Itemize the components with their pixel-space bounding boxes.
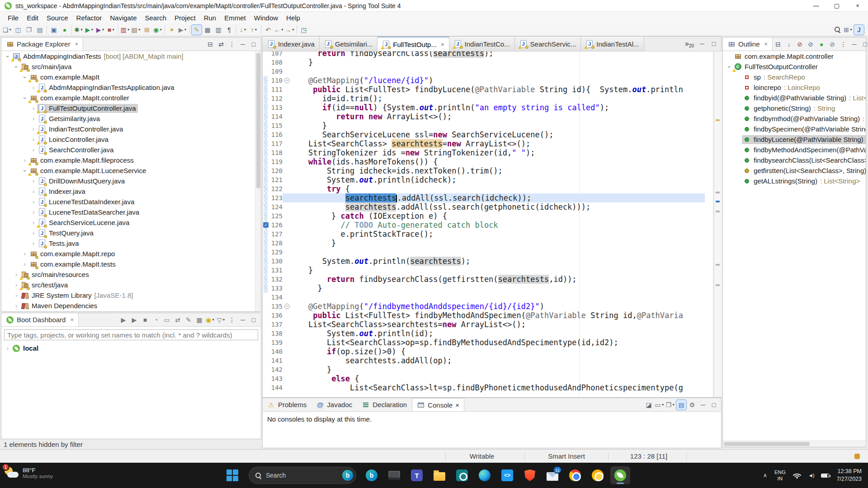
line-number[interactable]: 143: [266, 374, 283, 383]
expander-icon[interactable]: ›: [726, 63, 732, 70]
new-wizard-icon[interactable]: ❏▼: [2, 25, 12, 35]
code-line-139[interactable]: 139 List<SearchClass>op=sp.findByMethodu…: [263, 338, 713, 347]
start-debug-icon[interactable]: ▶: [129, 315, 139, 325]
stop-icon[interactable]: ■▼: [106, 25, 116, 35]
line-number[interactable]: 122: [266, 184, 283, 193]
line-number[interactable]: 118: [266, 148, 283, 157]
code-line-144[interactable]: 144 List<SearchClass>lt=sp.findByPhoneti…: [263, 383, 713, 392]
code-line-131[interactable]: 131 }: [263, 266, 713, 275]
tree-item-com-example-mapit[interactable]: ›com.example.MapIt: [1, 72, 261, 82]
code-text[interactable]: List<SearchClass>op=sp.findByMethodusedA…: [290, 338, 618, 347]
tree-item-src-main-resources[interactable]: ›src/main/resources: [1, 269, 261, 280]
code-text[interactable]: searchtests.addAll(ssl.search(getphoneti…: [290, 202, 590, 211]
line-number[interactable]: 110: [266, 76, 283, 85]
expander-icon[interactable]: ›: [30, 240, 37, 247]
menu-source[interactable]: Source: [42, 13, 72, 23]
view-menu-icon[interactable]: ⋮: [838, 39, 848, 49]
line-number[interactable]: 136: [266, 311, 283, 320]
code-line-115[interactable]: 115 }: [263, 121, 713, 130]
code-line-129[interactable]: 129: [263, 248, 713, 257]
search-icon[interactable]: ✦: [167, 25, 177, 35]
outline-item-sp[interactable]: sp : SearchRepo: [723, 72, 866, 82]
forward-icon[interactable]: →▼: [285, 25, 295, 35]
close-icon[interactable]: ×: [764, 41, 768, 47]
overview-marker[interactable]: [716, 211, 720, 212]
tree-item-getsimilarity-java[interactable]: ›Getsimilarity.java: [1, 113, 261, 124]
outline-item-getallstrings-string-[interactable]: getALLstrings(String) : List<String>: [723, 176, 866, 186]
code-text[interactable]: }: [290, 266, 313, 275]
menu-refactor[interactable]: Refactor: [72, 13, 106, 23]
overview-marker[interactable]: [716, 201, 720, 202]
editor-tab-fulltestoutp-[interactable]: FullTestOutp...×: [377, 37, 449, 51]
code-line-109[interactable]: 109: [263, 67, 713, 76]
taskbar-app-chrome[interactable]: [565, 466, 585, 484]
code-text[interactable]: return findbysearchClass(searchtests);: [290, 52, 493, 58]
editor-tab-searchservic-[interactable]: SearchServic...: [515, 37, 581, 51]
maximize-icon[interactable]: □: [860, 39, 868, 49]
tree-item-abdmmappingindiantestsapplication-java[interactable]: ›AbdmMappingIndianTestsApplication.java: [1, 82, 261, 93]
code-text[interactable]: else {: [290, 374, 359, 383]
code-line-110[interactable]: 110− @GetMapping("/lucene/{id}"): [263, 76, 713, 85]
code-line-140[interactable]: 140 if(op.size()>0) {: [263, 347, 713, 356]
outline-item-findbyid-pathvariable-string-[interactable]: findbyid(@PathVariable String) : List<F: [723, 93, 866, 103]
console-settings-icon[interactable]: ⚙: [687, 400, 697, 410]
tree-item-jre-system-library[interactable]: ›JRE System Library [JavaSE-1.8]: [1, 290, 261, 300]
code-text[interactable]: return findbysearchClass(getfirstten(sea…: [290, 275, 577, 284]
line-number[interactable]: 135: [266, 302, 283, 311]
line-number[interactable]: 138: [266, 329, 283, 338]
expander-icon[interactable]: ›: [30, 188, 37, 195]
code-text[interactable]: } catch (IOException e) {: [290, 211, 447, 221]
line-number[interactable]: 125: [266, 211, 283, 221]
line-number[interactable]: 124: [266, 202, 283, 211]
code-text[interactable]: System.out.println(searchtests);: [290, 257, 470, 266]
line-number[interactable]: 142: [266, 365, 283, 374]
tree-item-testquery-java[interactable]: ›TestQuery.java: [1, 228, 261, 238]
taskbar-app-camera[interactable]: [452, 466, 472, 484]
code-line-143[interactable]: 143 else {: [263, 374, 713, 383]
expander-icon[interactable]: ›: [30, 230, 37, 236]
code-line-137[interactable]: 137 List<SearchClass>searchtests=new Arr…: [263, 320, 713, 329]
line-number[interactable]: 123: [266, 193, 283, 202]
fold-collapse-icon[interactable]: −: [284, 78, 290, 83]
open-console-icon[interactable]: ❐▼: [665, 400, 675, 410]
outline-item-getfirstten-list-searchclass-string-[interactable]: getfirstten(List<SearchClass>, String): [723, 165, 866, 176]
battery-icon[interactable]: [821, 474, 829, 478]
code-line-133[interactable]: 133 }: [263, 284, 713, 293]
line-number[interactable]: 119: [266, 157, 283, 166]
line-number[interactable]: 117: [266, 139, 283, 148]
volume-icon[interactable]: ◄): [808, 473, 814, 478]
code-text[interactable]: List<SearchClass>searchtests=new ArrayLi…: [290, 320, 526, 329]
expander-icon[interactable]: ›: [13, 303, 20, 309]
maximize-icon[interactable]: □: [709, 39, 719, 49]
notification-icon[interactable]: [854, 454, 860, 459]
link-with-editor-icon[interactable]: ⇄: [173, 315, 183, 325]
new-java-project-icon[interactable]: ▤▼: [131, 25, 141, 35]
code-line-122[interactable]: 122 try {: [263, 184, 713, 193]
save-icon[interactable]: ◫: [13, 25, 23, 35]
debug-icon[interactable]: ✱▼: [74, 25, 84, 35]
mark-occurrences-icon[interactable]: ✎: [192, 25, 202, 35]
menu-search[interactable]: Search: [141, 13, 170, 23]
code-line-134[interactable]: 134: [263, 293, 713, 302]
taskbar-app-vscode[interactable]: <>: [497, 466, 517, 484]
taskbar-app-file-explorer[interactable]: [429, 466, 449, 484]
code-line-120[interactable]: 120 String idcheck=ids.nextToken().trim(…: [263, 166, 713, 175]
code-line-142[interactable]: 142 }: [263, 365, 713, 374]
expander-icon[interactable]: ›: [13, 63, 19, 70]
tree-item-com-example-mapit-luceneservice[interactable]: ›com.example.MapIt.LuceneService: [1, 165, 261, 176]
expander-icon[interactable]: ›: [30, 126, 37, 132]
open-console-view-icon[interactable]: ▣: [49, 25, 59, 35]
activate-on-output-icon[interactable]: ▤: [676, 400, 686, 410]
outline-scrollbar[interactable]: [723, 441, 866, 447]
wifi-icon[interactable]: [793, 472, 801, 479]
line-number[interactable]: 129: [266, 248, 283, 257]
expander-icon[interactable]: ›: [4, 345, 11, 352]
show-properties-icon[interactable]: ▦: [194, 315, 204, 325]
close-icon[interactable]: ×: [441, 41, 444, 48]
tab-boot-dashboard[interactable]: Boot Dashboard ×: [1, 313, 79, 326]
expander-icon[interactable]: ›: [13, 272, 20, 278]
code-text[interactable]: }: [290, 58, 313, 67]
code-text[interactable]: if(op.size()>0) {: [290, 347, 406, 356]
new-package-icon[interactable]: ⊞: [142, 25, 152, 35]
show-selected-element-icon[interactable]: ▥: [213, 25, 223, 35]
